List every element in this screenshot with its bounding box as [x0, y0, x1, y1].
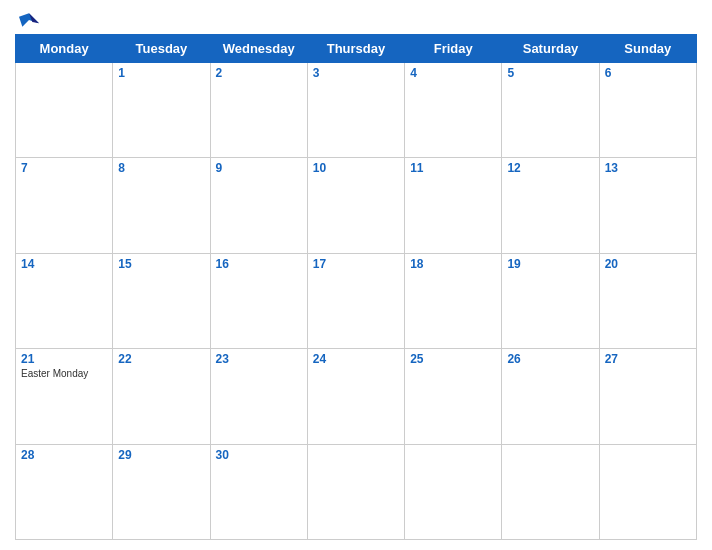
calendar-week-1: 123456: [16, 63, 697, 158]
day-number: 27: [605, 352, 691, 366]
calendar-day-cell: 23: [210, 349, 307, 444]
calendar-day-cell: [16, 63, 113, 158]
calendar-day-cell: 4: [405, 63, 502, 158]
day-number: 29: [118, 448, 204, 462]
calendar-day-cell: 3: [307, 63, 404, 158]
day-number: 30: [216, 448, 302, 462]
calendar-week-2: 78910111213: [16, 158, 697, 253]
day-number: 8: [118, 161, 204, 175]
calendar-day-cell: 20: [599, 253, 696, 348]
calendar-day-cell: 10: [307, 158, 404, 253]
weekday-header-saturday: Saturday: [502, 35, 599, 63]
logo: [15, 10, 47, 30]
calendar-header: MondayTuesdayWednesdayThursdayFridaySatu…: [16, 35, 697, 63]
calendar-day-cell: 8: [113, 158, 210, 253]
day-number: 24: [313, 352, 399, 366]
day-number: 2: [216, 66, 302, 80]
calendar-day-cell: 25: [405, 349, 502, 444]
calendar-table: MondayTuesdayWednesdayThursdayFridaySatu…: [15, 34, 697, 540]
day-number: 17: [313, 257, 399, 271]
day-number: 20: [605, 257, 691, 271]
day-number: 15: [118, 257, 204, 271]
day-number: 11: [410, 161, 496, 175]
calendar-day-cell: [502, 444, 599, 539]
calendar-day-cell: 2: [210, 63, 307, 158]
day-number: 14: [21, 257, 107, 271]
day-number: 12: [507, 161, 593, 175]
weekday-header-tuesday: Tuesday: [113, 35, 210, 63]
day-number: 3: [313, 66, 399, 80]
calendar-body: 123456789101112131415161718192021Easter …: [16, 63, 697, 540]
day-number: 19: [507, 257, 593, 271]
calendar-day-cell: 26: [502, 349, 599, 444]
calendar-day-cell: 12: [502, 158, 599, 253]
calendar-day-cell: 5: [502, 63, 599, 158]
calendar-day-cell: 30: [210, 444, 307, 539]
logo-icon: [15, 10, 43, 30]
calendar-day-cell: 28: [16, 444, 113, 539]
day-number: 16: [216, 257, 302, 271]
calendar-day-cell: 27: [599, 349, 696, 444]
day-number: 5: [507, 66, 593, 80]
calendar-day-cell: [599, 444, 696, 539]
weekday-header-sunday: Sunday: [599, 35, 696, 63]
calendar-day-cell: 24: [307, 349, 404, 444]
calendar-day-cell: 22: [113, 349, 210, 444]
calendar-week-4: 21Easter Monday222324252627: [16, 349, 697, 444]
calendar-day-cell: 1: [113, 63, 210, 158]
svg-marker-0: [19, 13, 39, 26]
weekday-header-wednesday: Wednesday: [210, 35, 307, 63]
calendar-day-cell: 21Easter Monday: [16, 349, 113, 444]
calendar-day-cell: 7: [16, 158, 113, 253]
holiday-label: Easter Monday: [21, 368, 107, 379]
day-number: 28: [21, 448, 107, 462]
weekday-header-monday: Monday: [16, 35, 113, 63]
day-number: 18: [410, 257, 496, 271]
calendar-week-5: 282930: [16, 444, 697, 539]
calendar-day-cell: 17: [307, 253, 404, 348]
calendar-week-3: 14151617181920: [16, 253, 697, 348]
calendar-day-cell: 14: [16, 253, 113, 348]
day-number: 26: [507, 352, 593, 366]
day-number: 13: [605, 161, 691, 175]
day-number: 23: [216, 352, 302, 366]
weekday-header-thursday: Thursday: [307, 35, 404, 63]
day-number: 7: [21, 161, 107, 175]
day-number: 1: [118, 66, 204, 80]
calendar-day-cell: 18: [405, 253, 502, 348]
calendar-day-cell: [405, 444, 502, 539]
day-number: 4: [410, 66, 496, 80]
calendar-day-cell: 15: [113, 253, 210, 348]
day-number: 22: [118, 352, 204, 366]
day-number: 21: [21, 352, 107, 366]
calendar-day-cell: [307, 444, 404, 539]
weekday-header-friday: Friday: [405, 35, 502, 63]
day-number: 6: [605, 66, 691, 80]
day-number: 9: [216, 161, 302, 175]
calendar-day-cell: 13: [599, 158, 696, 253]
calendar-day-cell: 19: [502, 253, 599, 348]
calendar-day-cell: 29: [113, 444, 210, 539]
calendar-day-cell: 16: [210, 253, 307, 348]
calendar-day-cell: 9: [210, 158, 307, 253]
weekday-header-row: MondayTuesdayWednesdayThursdayFridaySatu…: [16, 35, 697, 63]
top-bar: [15, 10, 697, 30]
calendar-day-cell: 11: [405, 158, 502, 253]
calendar-day-cell: 6: [599, 63, 696, 158]
day-number: 25: [410, 352, 496, 366]
day-number: 10: [313, 161, 399, 175]
